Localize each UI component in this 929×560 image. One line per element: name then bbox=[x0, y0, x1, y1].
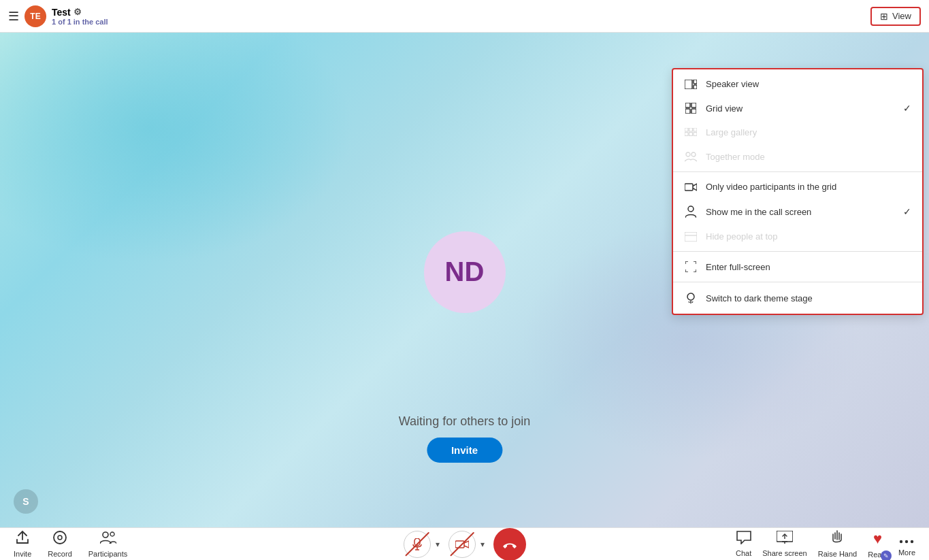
svg-rect-2 bbox=[694, 85, 697, 89]
show-me-check: ✓ bbox=[903, 206, 911, 217]
svg-point-36 bbox=[905, 540, 908, 543]
grid-view-icon: ⊞ bbox=[880, 11, 888, 22]
svg-rect-12 bbox=[694, 132, 697, 135]
large-gallery-label: Large gallery bbox=[706, 127, 911, 137]
show-me-label: Show me in the call screen bbox=[706, 207, 895, 217]
fullscreen-label: Enter full-screen bbox=[706, 262, 911, 272]
view-dropdown-menu: Speaker view Grid view ✓ bbox=[672, 68, 924, 315]
svg-line-21 bbox=[689, 301, 689, 303]
call-title: Test ⚙ bbox=[52, 7, 108, 18]
only-video-icon bbox=[684, 182, 698, 192]
svg-rect-15 bbox=[685, 184, 693, 191]
participants-label: Participants bbox=[88, 550, 127, 558]
toolbar-invite[interactable]: Invite bbox=[14, 530, 31, 558]
cam-mute-button[interactable] bbox=[449, 531, 476, 558]
chat-label: Chat bbox=[736, 549, 751, 557]
more-label: More bbox=[898, 548, 915, 557]
invite-button[interactable]: Invite bbox=[427, 438, 502, 463]
svg-point-14 bbox=[691, 152, 696, 157]
main-area: ND Waiting for others to join Invite S S… bbox=[0, 33, 929, 527]
large-gallery-icon bbox=[684, 128, 698, 137]
svg-rect-0 bbox=[685, 80, 692, 89]
grid-view-icon bbox=[684, 103, 698, 114]
invite-icon bbox=[15, 530, 30, 548]
menu-item-dark-theme[interactable]: Switch to dark theme stage bbox=[673, 285, 922, 311]
svg-line-22 bbox=[692, 301, 693, 303]
chat-icon bbox=[736, 531, 751, 548]
share-screen-icon bbox=[777, 531, 793, 548]
toolbar-share-screen[interactable]: Share screen bbox=[762, 531, 806, 557]
dark-theme-section: Switch to dark theme stage bbox=[673, 282, 922, 314]
only-video-label: Only video participants in the grid bbox=[706, 182, 911, 192]
svg-point-35 bbox=[900, 540, 902, 543]
hide-people-label: Hide people at top bbox=[706, 231, 911, 242]
toolbar-react[interactable]: ♥ ✎ React bbox=[868, 530, 887, 559]
toolbar-record[interactable]: Record bbox=[48, 530, 71, 558]
menu-item-only-video[interactable]: Only video participants in the grid bbox=[673, 175, 922, 199]
svg-point-16 bbox=[688, 206, 694, 212]
toolbar-chat[interactable]: Chat bbox=[736, 531, 751, 557]
menu-item-show-me[interactable]: Show me in the call screen ✓ bbox=[673, 199, 922, 225]
participants-icon bbox=[100, 530, 116, 548]
hamburger-menu-icon[interactable]: ☰ bbox=[8, 9, 19, 24]
svg-rect-17 bbox=[685, 232, 697, 242]
svg-point-26 bbox=[110, 532, 114, 536]
skype-icon: S bbox=[14, 489, 38, 514]
dark-theme-icon bbox=[684, 292, 698, 304]
svg-rect-8 bbox=[689, 128, 693, 131]
mic-chevron-button[interactable]: ▾ bbox=[431, 531, 444, 558]
svg-point-19 bbox=[687, 293, 694, 300]
grid-view-label: Grid view bbox=[706, 103, 895, 114]
fullscreen-section: Enter full-screen bbox=[673, 252, 922, 282]
show-me-icon bbox=[684, 205, 698, 218]
share-screen-label: Share screen bbox=[762, 549, 806, 557]
view-modes-section: Speaker view Grid view ✓ bbox=[673, 69, 922, 172]
mic-mute-button[interactable] bbox=[404, 531, 431, 558]
together-mode-label: Together mode bbox=[706, 152, 911, 162]
menu-item-speaker-view[interactable]: Speaker view bbox=[673, 72, 922, 96]
svg-point-13 bbox=[686, 152, 690, 157]
react-edit-icon: ✎ bbox=[881, 550, 892, 561]
header: ☰ TE Test ⚙ 1 of 1 in the call ⊞ View bbox=[0, 0, 929, 33]
view-button[interactable]: ⊞ View bbox=[870, 7, 921, 26]
svg-point-24 bbox=[58, 536, 62, 540]
svg-point-25 bbox=[103, 532, 108, 538]
toolbar-right: Chat Share screen Raise Hand bbox=[736, 530, 915, 559]
settings-gear-icon[interactable]: ⚙ bbox=[74, 7, 82, 17]
toolbar-raise-hand[interactable]: Raise Hand bbox=[818, 530, 857, 558]
toolbar-more[interactable]: More bbox=[898, 531, 915, 557]
menu-item-grid-view[interactable]: Grid view ✓ bbox=[673, 96, 922, 120]
hide-people-icon bbox=[684, 232, 698, 242]
more-icon bbox=[899, 531, 914, 547]
end-call-button[interactable] bbox=[493, 528, 526, 561]
menu-item-fullscreen[interactable]: Enter full-screen bbox=[673, 254, 922, 279]
waiting-text: Waiting for others to join bbox=[399, 414, 530, 429]
display-options-section: Only video participants in the grid Show… bbox=[673, 172, 922, 252]
camera-control: ▾ bbox=[449, 531, 489, 558]
raise-hand-icon bbox=[831, 530, 843, 548]
together-mode-icon bbox=[684, 151, 698, 162]
toolbar-left: Invite Record Participants bbox=[14, 530, 127, 558]
menu-item-together-mode: Together mode bbox=[673, 144, 922, 169]
toolbar-participants[interactable]: Participants bbox=[88, 530, 127, 558]
toolbar-center: ▾ ▾ bbox=[404, 528, 526, 561]
toolbar: Invite Record Participants bbox=[0, 527, 929, 560]
raise-hand-label: Raise Hand bbox=[818, 550, 857, 558]
react-heart-icon: ♥ bbox=[873, 530, 882, 548]
svg-rect-3 bbox=[685, 103, 690, 108]
svg-point-37 bbox=[911, 540, 913, 543]
dark-theme-label: Switch to dark theme stage bbox=[706, 293, 911, 303]
svg-rect-11 bbox=[689, 132, 693, 135]
svg-rect-6 bbox=[691, 109, 696, 114]
cam-chevron-button[interactable]: ▾ bbox=[476, 531, 489, 558]
menu-item-hide-people: Hide people at top bbox=[673, 225, 922, 248]
speaker-view-icon bbox=[684, 80, 698, 89]
speaker-view-label: Speaker view bbox=[706, 79, 911, 89]
mic-control: ▾ bbox=[404, 531, 444, 558]
fullscreen-icon bbox=[684, 261, 698, 272]
participant-avatar: ND bbox=[424, 231, 506, 313]
call-subtitle: 1 of 1 in the call bbox=[52, 18, 108, 26]
svg-rect-1 bbox=[694, 80, 697, 84]
title-block: Test ⚙ 1 of 1 in the call bbox=[52, 7, 108, 26]
avatar: TE bbox=[25, 5, 46, 27]
